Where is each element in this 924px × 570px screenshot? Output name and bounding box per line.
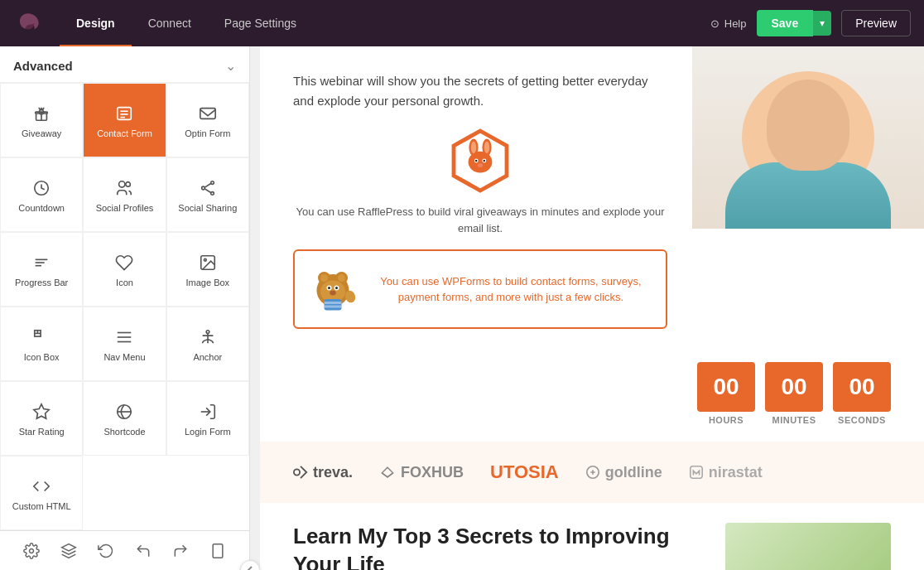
widget-label-social-sharing: Social Sharing <box>178 202 237 214</box>
widget-label-icon: Icon <box>116 277 133 288</box>
widget-item-nav-menu[interactable]: Nav Menu <box>83 307 166 381</box>
redo-icon[interactable] <box>166 536 195 566</box>
save-button[interactable]: Save <box>757 10 814 36</box>
brand-logo-utosia: UTOSIA <box>490 461 559 483</box>
nav-tab-page-settings[interactable]: Page Settings <box>208 0 313 46</box>
raffle-icon-container: You can use RafflePress to build viral g… <box>293 128 667 236</box>
svg-line-14 <box>205 183 210 187</box>
face-placeholder <box>767 80 849 171</box>
undo-icon[interactable] <box>128 536 158 566</box>
widget-label-optin-form: Optin Form <box>185 128 230 139</box>
learn-section: Learn My Top 3 Secrets to Improving Your… <box>260 503 924 570</box>
brand-logo-nirastat: nirastat <box>689 464 763 481</box>
code-icon <box>32 477 51 495</box>
box-icon <box>32 328 51 346</box>
svg-point-20 <box>204 258 206 261</box>
learn-image <box>725 523 891 570</box>
svg-marker-29 <box>34 404 49 418</box>
logo[interactable] <box>13 8 43 38</box>
brand-logo-foxhub: FOXHUB <box>379 464 464 481</box>
svg-point-41 <box>484 142 489 153</box>
nav-tab-design[interactable]: Design <box>60 0 132 46</box>
help-button[interactable]: ⊙ Help <box>710 17 747 30</box>
nav-right-actions: ⊙ Help Save ▾ Preview <box>710 10 911 36</box>
svg-line-15 <box>205 189 210 193</box>
svg-point-55 <box>328 287 330 289</box>
widget-item-social-sharing[interactable]: Social Sharing <box>166 157 249 232</box>
layers-icon[interactable] <box>54 536 84 566</box>
widget-item-image-box[interactable]: Image Box <box>166 232 249 307</box>
svg-point-11 <box>210 181 214 185</box>
countdown-minutes: 00 MINUTES <box>765 362 823 425</box>
sidebar-title: Advanced <box>13 59 73 73</box>
svg-point-62 <box>294 469 300 475</box>
mobile-icon[interactable] <box>203 536 233 566</box>
widget-item-login-form[interactable]: Login Form <box>166 381 249 456</box>
canvas-inner: This webinar will show you the secrets o… <box>260 46 924 570</box>
countdown-seconds-value: 00 <box>833 362 891 412</box>
help-circle-icon: ⊙ <box>710 17 719 30</box>
countdown-hours-label: HOURS <box>709 415 744 425</box>
widget-label-contact-form: Contact Form <box>97 128 152 139</box>
email-icon <box>199 104 217 123</box>
widget-label-giveaway: Giveaway <box>22 128 61 139</box>
svg-point-46 <box>478 163 483 167</box>
star-icon <box>32 403 51 421</box>
svg-point-45 <box>484 160 485 162</box>
widget-grid: Giveaway Contact Form Optin Form <box>0 83 249 530</box>
widget-item-giveaway[interactable]: Giveaway <box>0 83 83 157</box>
shirt-placeholder <box>725 162 891 229</box>
logos-section: treva. FOXHUB UTOSIA goldline nirastat <box>260 442 924 503</box>
svg-point-44 <box>475 160 477 162</box>
svg-point-50 <box>320 274 328 282</box>
webinar-section: This webinar will show you the secrets o… <box>260 46 924 345</box>
foxhub-icon <box>379 466 396 479</box>
nav-tabs: Design Connect Page Settings <box>60 0 710 46</box>
widget-item-custom-html[interactable]: Custom HTML <box>0 456 83 530</box>
canvas-area[interactable]: This webinar will show you the secrets o… <box>260 46 924 570</box>
svg-point-27 <box>206 331 209 334</box>
sidebar-header: Advanced ⌄ <box>0 46 249 83</box>
widget-label-image-box: Image Box <box>186 277 230 288</box>
save-dropdown-button[interactable]: ▾ <box>813 11 831 36</box>
bars-icon <box>32 254 51 272</box>
history-icon[interactable] <box>91 536 121 566</box>
widget-item-icon-box[interactable]: Icon Box <box>0 307 83 381</box>
help-label: Help <box>724 17 747 30</box>
widget-item-contact-form[interactable]: Contact Form <box>83 83 166 157</box>
webinar-right <box>692 46 924 229</box>
sidebar-toggle-arrow[interactable] <box>240 560 260 570</box>
widget-item-social-profiles[interactable]: Social Profiles <box>83 157 166 232</box>
svg-rect-7 <box>200 108 215 118</box>
widget-item-anchor[interactable]: Anchor <box>166 307 249 381</box>
brand-goldline-text: goldline <box>605 464 662 481</box>
save-button-group: Save ▾ <box>757 10 832 36</box>
countdown-minutes-label: MINUTES <box>772 415 816 425</box>
widget-item-icon[interactable]: Icon <box>83 232 166 307</box>
login-icon <box>199 403 217 421</box>
gift-icon <box>32 104 51 123</box>
users-icon <box>115 179 133 197</box>
anchor-icon <box>199 328 217 346</box>
settings-icon[interactable] <box>17 536 46 566</box>
preview-button[interactable]: Preview <box>841 10 911 36</box>
svg-rect-58 <box>325 299 342 311</box>
widget-label-social-profiles: Social Profiles <box>96 202 154 214</box>
sidebar: Advanced ⌄ Giveaway Contact Form <box>0 46 250 570</box>
widget-item-countdown[interactable]: Countdown <box>0 157 83 232</box>
svg-rect-59 <box>325 302 342 304</box>
widget-item-optin-form[interactable]: Optin Form <box>166 83 249 157</box>
widget-item-shortcode[interactable]: Shortcode <box>83 381 166 456</box>
form-icon <box>115 104 133 123</box>
countdown-minutes-value: 00 <box>765 362 823 412</box>
svg-marker-33 <box>62 543 76 550</box>
brand-foxhub-text: FOXHUB <box>401 464 464 481</box>
chevron-down-icon[interactable]: ⌄ <box>225 58 236 74</box>
widget-label-shortcode: Shortcode <box>103 426 145 437</box>
widget-item-star-rating[interactable]: Star Rating <box>0 381 83 456</box>
menu-icon <box>115 328 133 346</box>
nav-tab-connect[interactable]: Connect <box>132 0 208 46</box>
wpforms-bear-icon <box>308 264 358 314</box>
widget-label-nav-menu: Nav Menu <box>103 351 145 363</box>
widget-item-progress-bar[interactable]: Progress Bar <box>0 232 83 307</box>
